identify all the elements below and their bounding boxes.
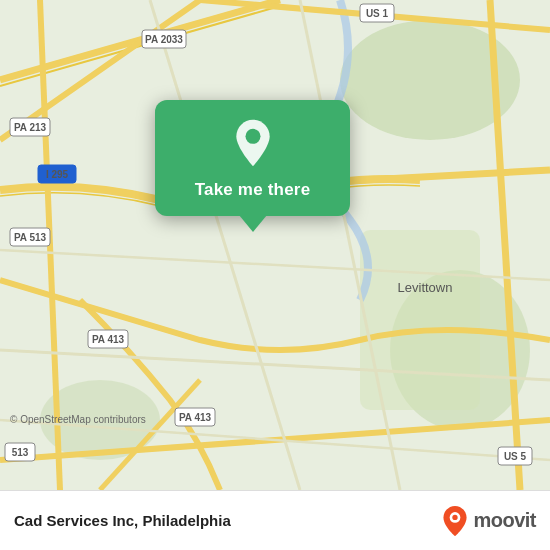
svg-text:PA 413: PA 413 [179, 412, 212, 423]
bottom-bar: Cad Services Inc, Philadelphia moovit [0, 490, 550, 550]
svg-text:PA 513: PA 513 [14, 232, 47, 243]
svg-text:PA 413: PA 413 [92, 334, 125, 345]
svg-text:513: 513 [12, 447, 29, 458]
map-container: US 1 PA 2033 PA 213 I 295 PA 513 PA 413 … [0, 0, 550, 490]
popup-card: Take me there [155, 100, 350, 216]
svg-point-40 [453, 514, 458, 519]
moovit-pin-icon [441, 505, 469, 537]
moovit-logo: moovit [441, 505, 536, 537]
svg-text:I 295: I 295 [46, 169, 69, 180]
svg-text:PA 213: PA 213 [14, 122, 47, 133]
moovit-brand-text: moovit [473, 509, 536, 532]
location-pin-icon [228, 118, 278, 168]
svg-text:PA 2033: PA 2033 [145, 34, 183, 45]
take-me-there-button[interactable]: Take me there [195, 180, 311, 200]
svg-text:Levittown: Levittown [398, 280, 453, 295]
svg-point-38 [245, 129, 260, 144]
place-name: Cad Services Inc, Philadelphia [14, 512, 441, 529]
svg-text:US 1: US 1 [366, 8, 389, 19]
map-attribution: © OpenStreetMap contributors [10, 414, 146, 425]
svg-text:US 5: US 5 [504, 451, 527, 462]
